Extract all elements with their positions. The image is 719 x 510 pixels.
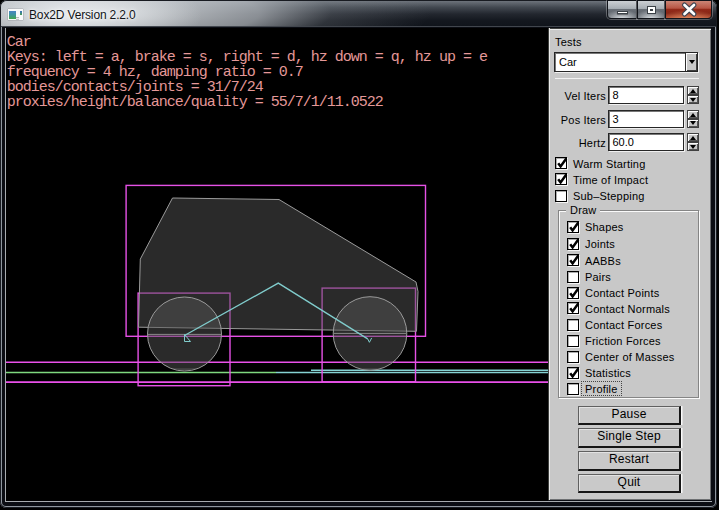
svg-text:proxies/height/balance/quality: proxies/height/balance/quality = 55/7/1/… bbox=[7, 94, 383, 111]
